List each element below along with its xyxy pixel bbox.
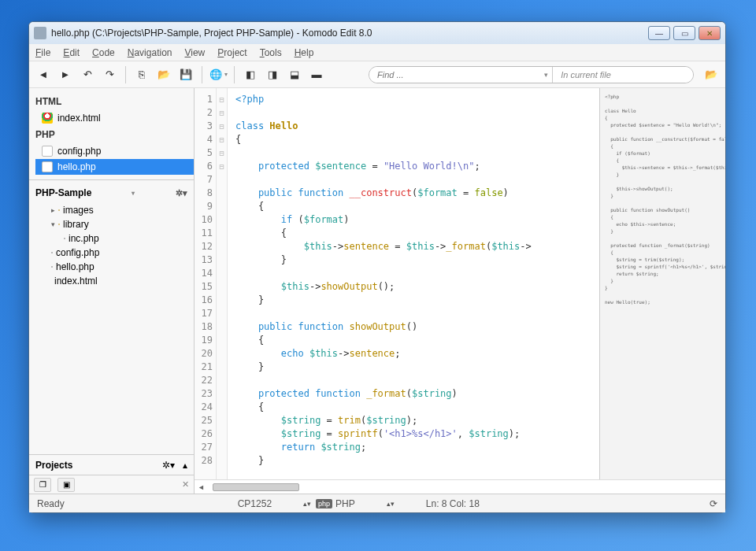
- find-box[interactable]: ▾: [369, 66, 694, 83]
- status-sync-icon[interactable]: ⟳: [710, 498, 717, 509]
- open-file-name: config.php: [57, 146, 101, 157]
- tree-item-label: hello.php: [56, 261, 94, 272]
- project-tree: ▸images▾library inc.php config.php hello…: [35, 203, 187, 288]
- menu-help[interactable]: Help: [295, 47, 314, 58]
- tree-item-label: index.html: [54, 276, 98, 287]
- file-icon: [42, 161, 53, 172]
- tree-item-label: inc.php: [69, 233, 99, 244]
- maximize-button[interactable]: ▭: [673, 26, 695, 40]
- menu-tools[interactable]: Tools: [260, 47, 282, 58]
- separator: [125, 66, 126, 83]
- pane-right-button[interactable]: ◨: [263, 66, 282, 83]
- sidebar-tab-button-2[interactable]: ▣: [57, 478, 75, 492]
- pane-bottom-button[interactable]: ⬓: [285, 66, 304, 83]
- toolbar: ◄ ► ↶ ↷ ⎘ 📂 💾 🌐▾ ◧ ◨ ⬓ ▬ ▾ 📂: [29, 61, 725, 88]
- chevron-icon[interactable]: ▸: [51, 206, 55, 214]
- scroll-left-icon[interactable]: ◄: [198, 483, 205, 491]
- open-files-group-header: HTML: [35, 93, 194, 110]
- globe-button[interactable]: 🌐▾: [209, 66, 228, 83]
- language-selector-icon[interactable]: ▴▾: [387, 500, 395, 508]
- pane-left-button[interactable]: ◧: [241, 66, 260, 83]
- open-file-item[interactable]: index.html: [35, 110, 194, 126]
- open-file-item[interactable]: config.php: [35, 143, 194, 159]
- tree-item[interactable]: ▾library: [35, 217, 187, 231]
- projects-collapse-icon[interactable]: ▴: [183, 460, 187, 471]
- menu-edit[interactable]: Edit: [63, 47, 80, 58]
- tree-item[interactable]: inc.php: [35, 231, 187, 246]
- open-files-group-header: PHP: [35, 126, 194, 143]
- file-icon: [42, 146, 53, 157]
- undo-button[interactable]: ↶: [78, 66, 97, 83]
- sidebar-bottom-bar: ❐ ▣ ✕: [29, 475, 194, 494]
- status-position[interactable]: Ln: 8 Col: 18: [426, 498, 480, 509]
- menu-project[interactable]: Project: [217, 47, 246, 58]
- forward-button[interactable]: ►: [56, 66, 75, 83]
- app-icon: [34, 27, 46, 39]
- folder-icon: [58, 224, 60, 225]
- minimize-button[interactable]: —: [648, 26, 670, 40]
- folder-icon: [58, 209, 60, 211]
- tree-item[interactable]: ▸images: [35, 203, 187, 217]
- sidebar-close-icon[interactable]: ✕: [182, 479, 189, 490]
- close-button[interactable]: ✕: [699, 26, 721, 40]
- menu-navigation[interactable]: Navigation: [128, 47, 172, 58]
- tree-item-label: images: [63, 205, 94, 216]
- open-file-name: index.html: [57, 113, 101, 124]
- tree-item[interactable]: config.php: [35, 246, 187, 260]
- chevron-icon[interactable]: ▾: [51, 220, 55, 228]
- find-scope[interactable]: [553, 67, 693, 83]
- tree-item[interactable]: index.html: [35, 274, 187, 288]
- open-file-name: hello.php: [57, 161, 96, 172]
- open-file-toolbar-button[interactable]: 📂: [702, 66, 721, 83]
- status-ready: Ready: [37, 498, 65, 509]
- horizontal-scrollbar[interactable]: ◄: [195, 479, 725, 494]
- projects-label[interactable]: Projects: [35, 460, 154, 471]
- file-icon: [51, 266, 53, 268]
- new-file-button[interactable]: ⎘: [132, 66, 151, 83]
- menubar: File Edit Code Navigation View Project T…: [29, 44, 725, 61]
- lang-icon: php: [316, 499, 332, 508]
- project-dropdown-icon[interactable]: ▾: [132, 190, 135, 197]
- save-button[interactable]: 💾: [176, 66, 195, 83]
- app-window: hello.php (C:\Projects\PHP-Sample, Proje…: [28, 21, 726, 513]
- project-name[interactable]: PHP-Sample: [35, 187, 91, 198]
- project-pane: PHP-Sample▾ ✲▾ ▸images▾library inc.php c…: [29, 179, 194, 454]
- tree-item-label: config.php: [56, 247, 99, 258]
- tree-item[interactable]: hello.php: [35, 260, 187, 274]
- project-gear-icon[interactable]: ✲▾: [176, 188, 187, 198]
- toggle-button[interactable]: ▬: [307, 66, 326, 83]
- code-area[interactable]: <?php class Hello{ protected $sentence =…: [228, 88, 599, 479]
- menu-view[interactable]: View: [184, 47, 205, 58]
- encoding-selector-icon[interactable]: ▴▾: [303, 500, 311, 508]
- find-input[interactable]: [369, 67, 540, 83]
- status-language[interactable]: PHP: [335, 498, 355, 509]
- menu-file[interactable]: File: [35, 47, 50, 58]
- editor[interactable]: 1234567891011121314151617181920212223242…: [195, 88, 725, 479]
- fold-column[interactable]: ⊟⊟⊟⊟⊟⊟: [217, 88, 228, 479]
- file-icon: [64, 238, 65, 239]
- open-files-pane: HTMLindex.htmlPHPconfig.phphello.php: [29, 88, 194, 179]
- separator: [234, 66, 235, 83]
- redo-button[interactable]: ↷: [100, 66, 119, 83]
- sidebar: HTMLindex.htmlPHPconfig.phphello.php PHP…: [29, 88, 195, 494]
- open-file-item[interactable]: hello.php: [35, 159, 194, 175]
- tree-item-label: library: [63, 219, 89, 230]
- line-number-gutter: 1234567891011121314151617181920212223242…: [195, 88, 217, 479]
- titlebar[interactable]: hello.php (C:\Projects\PHP-Sample, Proje…: [29, 22, 725, 44]
- window-title: hello.php (C:\Projects\PHP-Sample, Proje…: [51, 28, 648, 39]
- sidebar-tab-button-1[interactable]: ❐: [34, 478, 51, 492]
- open-button[interactable]: 📂: [154, 66, 173, 83]
- chrome-icon: [42, 113, 53, 124]
- projects-gear-icon[interactable]: ✲▾: [162, 460, 175, 471]
- minimap[interactable]: <?php class Hello { protected $sentence …: [599, 88, 725, 479]
- status-encoding[interactable]: CP1252: [238, 498, 272, 509]
- find-dropdown-icon[interactable]: ▾: [540, 67, 553, 83]
- separator: [202, 66, 202, 83]
- back-button[interactable]: ◄: [34, 66, 53, 83]
- status-bar: Ready CP1252 ▴▾ php PHP ▴▾ Ln: 8 Col: 18…: [29, 494, 725, 512]
- projects-bar: Projects ✲▾ ▴: [29, 454, 194, 475]
- file-icon: [51, 252, 53, 253]
- scroll-thumb[interactable]: [213, 483, 299, 491]
- menu-code[interactable]: Code: [92, 47, 115, 58]
